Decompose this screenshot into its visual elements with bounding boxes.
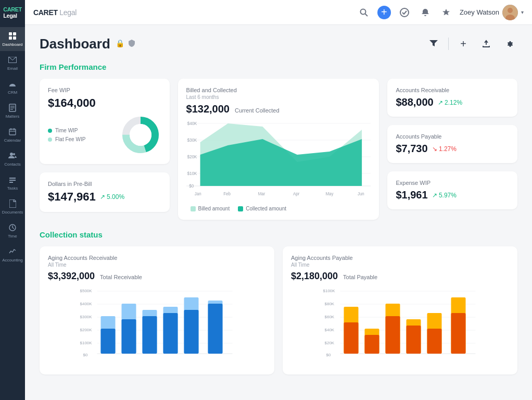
svg-rect-2 — [9, 36, 12, 40]
svg-text:Jun: Jun — [357, 191, 364, 197]
billed-collected-card: Billed and Collected Last 6 months $132,… — [178, 79, 379, 220]
svg-text:Jan: Jan — [194, 191, 201, 197]
aging-ar-label: Aging Accounts Receivable — [48, 255, 266, 261]
sidebar-item-dashboard[interactable]: Dashboard — [0, 27, 25, 51]
svg-text:$80K: $80K — [325, 302, 335, 306]
add-button[interactable]: + — [377, 6, 391, 19]
aging-receivable-card: Aging Accounts Receivable All Time $3,39… — [40, 246, 274, 374]
svg-text:$0: $0 — [326, 353, 331, 357]
time-icon — [8, 223, 17, 232]
time-wip-dot — [48, 129, 52, 133]
billed-collected-label: Billed and Collected — [186, 87, 371, 93]
dollars-prebill-card: Dollars in Pre-Bill $147,961 ↗ 5.00% — [40, 172, 170, 212]
sidebar-item-contacts[interactable]: Contacts — [0, 147, 25, 171]
ar-label: Accounts Receivable — [396, 87, 509, 93]
svg-text:$20K: $20K — [325, 341, 335, 345]
svg-text:$40K: $40K — [325, 328, 335, 332]
aging-ap-value: $2,180,000 — [291, 271, 338, 282]
expense-wip-label: Expense WIP — [396, 180, 509, 186]
sidebar-item-accounting[interactable]: Accounting — [0, 243, 25, 267]
username: Zoey Watson — [460, 8, 499, 16]
header-divider — [448, 38, 449, 50]
svg-text:$0: $0 — [83, 353, 88, 357]
sidebar-logo: CARET Legal — [0, 0, 25, 25]
check-icon[interactable] — [397, 5, 412, 20]
aging-ap-chart: $100K $80K $60K $40K $20K $0 — [291, 286, 509, 364]
svg-point-18 — [400, 8, 409, 17]
fee-legend: Time WIP Flat Fee WIP — [48, 128, 85, 142]
area-chart-container: $40K $30K $20K $10K $0 Jan Feb — [186, 118, 371, 211]
svg-line-15 — [12, 228, 14, 229]
app-name: CARET Legal — [3, 6, 21, 19]
ar-bar-6-dark — [208, 304, 223, 354]
sidebar-item-matters[interactable]: Matters — [0, 99, 25, 123]
expense-wip-change: ↗ 5.97% — [432, 192, 457, 199]
filter-button[interactable] — [425, 35, 442, 52]
search-icon[interactable] — [357, 5, 371, 20]
ap-label: Accounts Payable — [396, 133, 509, 140]
ap-value-row: $7,730 ↘ 1.27% — [396, 143, 509, 155]
sidebar-label-time: Time — [8, 234, 17, 239]
billed-collected-value-row: $132,000 Current Collected — [186, 103, 371, 115]
star-icon[interactable] — [439, 5, 453, 20]
ap-bar-1-dark — [344, 322, 359, 354]
ap-bar-3-dark — [386, 316, 400, 354]
add-widget-button[interactable]: + — [455, 35, 472, 52]
sidebar-label-crm: CRM — [8, 90, 17, 95]
firm-performance-grid: Fee WIP $164,000 Time WIP Flat Fee WIP — [40, 79, 517, 220]
tasks-icon — [8, 175, 17, 184]
aging-ap-value-row: $2,180,000 Total Payable — [291, 271, 509, 282]
documents-icon — [8, 199, 17, 208]
expense-wip-value: $1,961 — [396, 189, 427, 201]
sidebar-label-tasks: Tasks — [7, 186, 18, 191]
dashboard-icon — [8, 31, 17, 41]
left-col: Fee WIP $164,000 Time WIP Flat Fee WIP — [40, 79, 170, 220]
svg-text:May: May — [325, 191, 334, 197]
ar-bar-1-dark — [101, 329, 116, 354]
aging-ar-suffix: Total Receivable — [100, 274, 142, 280]
sidebar-label-matters: Matters — [6, 114, 20, 119]
svg-point-20 — [508, 8, 513, 13]
dashboard-title-row: Dashboard 🔒 — [40, 36, 136, 52]
svg-text:$100K: $100K — [80, 341, 93, 345]
accounts-receivable-card: Accounts Receivable $88,000 ↗ 2.12% — [387, 79, 517, 117]
ar-bar-4-dark — [163, 313, 178, 354]
shield-icon — [128, 39, 136, 49]
fee-wip-card: Fee WIP $164,000 Time WIP Flat Fee WIP — [40, 79, 170, 164]
chart-legend: Billed amount Collected amount — [186, 206, 371, 211]
sidebar-item-crm[interactable]: CRM — [0, 75, 25, 99]
svg-text:Mar: Mar — [258, 191, 265, 197]
main-wrapper: CARET Legal + Zoey Watson ▾ — [25, 0, 532, 400]
sidebar-item-tasks[interactable]: Tasks — [0, 171, 25, 195]
ap-change: ↘ 1.27% — [432, 145, 457, 153]
svg-text:$30K: $30K — [187, 138, 197, 143]
legend-collected: Collected amount — [238, 206, 286, 211]
sidebar-item-calendar[interactable]: Calendar — [0, 123, 25, 147]
sidebar-item-time[interactable]: Time — [0, 219, 25, 243]
ap-bar-4-dark — [407, 326, 421, 354]
svg-point-16 — [360, 9, 365, 14]
ap-bar-6-dark — [451, 313, 466, 354]
ar-bar-2-dark — [122, 319, 136, 354]
notification-icon[interactable] — [418, 5, 433, 20]
expense-wip-card: Expense WIP $1,961 ↗ 5.97% — [387, 171, 517, 209]
ap-value: $7,730 — [396, 143, 427, 155]
fee-wip-content: Time WIP Flat Fee WIP — [48, 114, 161, 156]
topnav: CARET Legal + Zoey Watson ▾ — [25, 0, 532, 25]
svg-text:Feb: Feb — [223, 191, 231, 197]
user-menu[interactable]: Zoey Watson ▾ — [460, 5, 524, 20]
settings-button[interactable] — [501, 35, 517, 52]
accounting-icon — [8, 247, 17, 256]
aging-payable-card: Aging Accounts Payable All Time $2,180,0… — [283, 246, 517, 374]
avatar — [502, 5, 518, 20]
export-button[interactable] — [478, 35, 495, 52]
svg-rect-8 — [9, 129, 16, 135]
dollars-prebill-change: ↗ 5.00% — [100, 193, 124, 201]
sidebar-item-documents[interactable]: Documents — [0, 195, 25, 219]
aging-ar-value: $3,392,000 — [48, 271, 95, 282]
sidebar-label-calendar: Calendar — [4, 138, 21, 143]
fee-wip-value: $164,000 — [48, 96, 161, 110]
sidebar-item-email[interactable]: Email — [0, 51, 25, 75]
billed-legend-label: Billed amount — [198, 206, 230, 211]
billed-legend-dot — [191, 206, 196, 211]
